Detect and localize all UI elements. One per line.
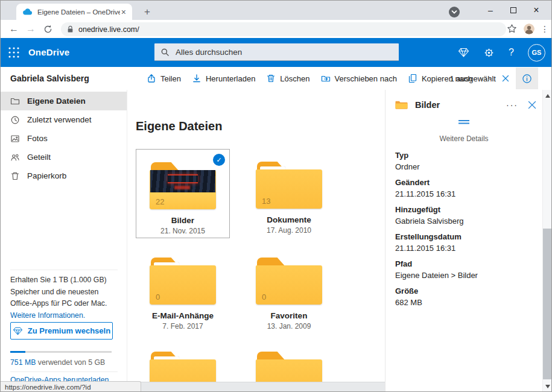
folder-icon: 13 [256, 162, 322, 209]
details-field-value: Gabriela Salvisberg [395, 216, 533, 226]
more-info-link[interactable]: Weitere Informationen. [10, 311, 85, 320]
details-field-value: Eigene Dateien > Bilder [395, 270, 533, 280]
folder-name: Dokumente [267, 215, 311, 224]
premium-promo-text: Erhalten Sie 1 TB (1.000 GB) Speicher un… [10, 274, 119, 321]
account-avatar[interactable]: GS [528, 44, 545, 62]
vertical-scrollbar[interactable] [542, 90, 552, 392]
page-title: Eigene Dateien [136, 119, 222, 133]
info-pane-toggle[interactable] [516, 68, 538, 89]
minimize-button[interactable]: – [479, 1, 502, 20]
search-box[interactable] [154, 43, 399, 61]
selection-count: 1 ausgewählt [449, 74, 496, 83]
settings-gear-icon[interactable] [483, 47, 495, 58]
folder-item-count: 0 [262, 292, 266, 302]
premium-diamond-icon[interactable] [458, 48, 469, 57]
folder-icon: 0 [150, 258, 216, 305]
scroll-up-arrow[interactable] [545, 94, 550, 98]
divider [10, 270, 118, 270]
details-field-value: 682 MB [395, 297, 533, 308]
divider [10, 371, 118, 372]
details-field-geändert: Geändert 21.11.2015 16:31 [395, 177, 533, 199]
folder-tile-favoriten[interactable]: ✓ 0 Favoriten 13. Jan. 2009 [242, 254, 336, 332]
browser-window: Eigene Dateien – OneDrive × + – × ← → on… [0, 0, 552, 392]
folder-tile-dokumente[interactable]: ✓ 13 Dokumente 17. Aug. 2010 [242, 149, 336, 238]
folder-thumbnail [150, 170, 215, 192]
details-pane: Bilder ··· Weitere Details Typ Ordner Ge… [385, 90, 542, 392]
folder-icon [10, 96, 20, 106]
toolbar-action-verschieben-nach[interactable]: Verschieben nach [321, 74, 397, 83]
details-field-label: Pfad [395, 259, 533, 269]
details-field-label: Hinzugefügt [395, 204, 533, 215]
storage-progress-bar [10, 351, 112, 353]
browser-navbar: ← → onedrive.live.com/ ⋮ [1, 20, 551, 38]
sidebar-item-papierkorb[interactable]: Papierkorb [1, 166, 127, 185]
help-icon[interactable]: ? [509, 47, 514, 58]
storage-used-link[interactable]: 751 MB [10, 358, 36, 367]
scroll-down-arrow[interactable] [545, 385, 550, 388]
folder-tile-e-mail-anhänge[interactable]: ✓ 0 E-Mail-Anhänge 7. Feb. 2017 [136, 254, 230, 332]
onedrive-cloud-icon [22, 8, 33, 15]
delete-icon [266, 74, 276, 83]
folder-name: E-Mail-Anhänge [152, 311, 214, 320]
refresh-icon[interactable] [39, 25, 56, 34]
onedrive-logo-text[interactable]: OneDrive [28, 47, 69, 57]
go-premium-button[interactable]: Zu Premium wechseln [10, 322, 113, 340]
scrollbar-thumb[interactable] [543, 229, 552, 379]
search-input[interactable] [176, 48, 375, 57]
details-field-pfad: Pfad Eigene Dateien > Bilder [395, 259, 533, 280]
more-details-toggle[interactable]: Weitere Details [385, 116, 542, 143]
copy-icon [408, 74, 417, 83]
toolbar-action-löschen[interactable]: Löschen [266, 74, 309, 83]
address-bar[interactable]: onedrive.live.com/ [61, 22, 506, 36]
storage-usage-text: 751 MB verwendet von 5 GB [10, 358, 105, 367]
new-tab-button[interactable]: + [141, 5, 154, 19]
details-field-typ: Typ Ordner [395, 150, 533, 172]
browser-titlebar: Eigene Dateien – OneDrive × + – × [1, 1, 551, 20]
maximize-button[interactable] [502, 1, 525, 20]
lock-icon [67, 25, 74, 33]
url-text: onedrive.live.com/ [78, 25, 139, 34]
sidebar-item-zuletzt-verwendet[interactable]: Zuletzt verwendet [1, 110, 127, 129]
bookmark-star-icon[interactable] [507, 24, 518, 34]
details-close-icon[interactable] [528, 101, 536, 109]
clear-selection-icon[interactable] [502, 75, 509, 82]
folder-name: Favoriten [271, 311, 308, 320]
sidebar-item-fotos[interactable]: Fotos [1, 129, 127, 148]
details-field-label: Typ [395, 150, 533, 160]
move-icon [321, 74, 331, 83]
browser-menu-icon[interactable]: ⋮ [541, 24, 549, 34]
folder-icon: 0 [256, 258, 322, 305]
sidebar-item-eigene-dateien[interactable]: Eigene Dateien [1, 92, 127, 110]
maximize-icon [510, 7, 516, 13]
details-more-icon[interactable]: ··· [506, 100, 518, 110]
onedrive-header: OneDrive ? GS [1, 38, 551, 67]
details-field-value: 21.11.2015 16:31 [395, 189, 533, 199]
browser-tab[interactable]: Eigene Dateien – OneDrive × [16, 4, 132, 20]
details-field-label: Größe [395, 286, 533, 296]
close-button[interactable]: × [525, 1, 548, 20]
details-field-größe: Größe 682 MB [395, 286, 533, 308]
share-icon [147, 74, 156, 83]
toolbar-action-herunterladen[interactable]: Herunterladen [192, 74, 255, 83]
browser-update-icon[interactable] [448, 6, 460, 18]
selected-check-icon: ✓ [213, 154, 225, 166]
folder-item-count: 22 [156, 197, 164, 206]
folder-item-count: 0 [156, 292, 160, 302]
details-title: Bilder [415, 100, 506, 110]
forward-icon[interactable]: → [22, 24, 39, 34]
details-field-erstellungsdatum: Erstellungsdatum 21.11.2015 16:31 [395, 232, 533, 253]
sidebar-item-geteilt[interactable]: Geteilt [1, 148, 127, 166]
sidebar: Eigene Dateien Zuletzt verwendet Fotos G… [1, 90, 127, 392]
browser-profile-avatar[interactable] [524, 24, 535, 34]
toolbar-action-teilen[interactable]: Teilen [147, 74, 181, 83]
details-folder-icon [395, 100, 408, 110]
folder-name: Bilder [171, 216, 194, 225]
details-field-hinzugefügt: Hinzugefügt Gabriela Salvisberg [395, 204, 533, 226]
folder-tile-bilder[interactable]: ✓ 22 Bilder 21. Nov. 2015 [136, 149, 230, 238]
details-field-label: Erstellungsdatum [395, 232, 533, 242]
command-bar: Gabriela Salvisberg Teilen Herunterladen… [1, 67, 551, 90]
back-icon[interactable]: ← [5, 24, 22, 34]
tab-close-icon[interactable]: × [120, 8, 127, 16]
trash-icon [10, 171, 20, 181]
app-launcher-icon[interactable] [8, 46, 20, 58]
